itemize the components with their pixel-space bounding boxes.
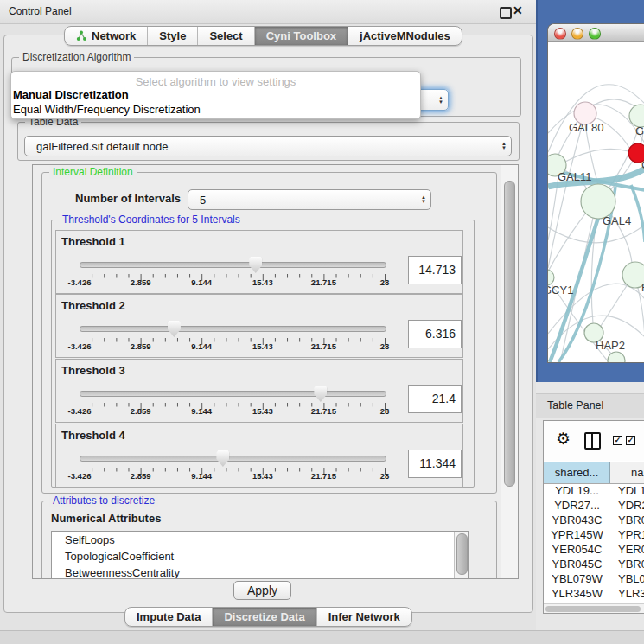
slider-track[interactable] (80, 262, 386, 268)
network-window: GAL80GCGAL11GAL4GCY1HHAP2 (547, 23, 644, 363)
group-title: Discretization Algorithm (19, 51, 134, 64)
cell-shared-name: YBL079W (544, 571, 610, 586)
attributes-group: Attributes to discretize Numerical Attri… (41, 501, 497, 579)
tab-network[interactable]: Network (65, 27, 148, 45)
column-header-shared-name[interactable]: shared... (544, 462, 610, 483)
tick-label: 28 (380, 277, 390, 287)
table-row[interactable]: YBL079WYBL0 (544, 571, 644, 586)
main-scrollbar[interactable] (501, 165, 518, 578)
float-window-icon[interactable] (500, 7, 512, 19)
numerical-attributes-label: Numerical Attributes (51, 512, 161, 525)
checkbox-checked-icon[interactable]: ✓ (626, 436, 635, 445)
table-row[interactable]: YBR043CYBR0 (544, 513, 644, 527)
slider-tick-labels: -3.4262.8599.14415.4321.71528 (80, 277, 385, 288)
cell-name: YPR1 (610, 527, 644, 542)
cell-shared-name: YDL19... (544, 483, 610, 498)
list-item[interactable]: BetweennessCentrality (52, 564, 468, 579)
slider-track[interactable] (80, 391, 386, 397)
network-edge (601, 284, 628, 326)
tab-discretize-data[interactable]: Discretize Data (213, 608, 316, 626)
split-columns-icon[interactable] (584, 432, 601, 450)
list-item[interactable]: TopologicalCoefficient (52, 548, 468, 564)
table-rows: YDL19...YDL1YDR27...YDR2YBR043CYBR0YPR14… (544, 483, 644, 603)
tick-label: 21.715 (311, 341, 336, 351)
tab-label: Impute Data (137, 610, 201, 623)
threshold-value-field[interactable]: 11.344 (408, 450, 462, 478)
table-row[interactable]: YDL19...YDL1 (544, 483, 644, 498)
threshold-label: Threshold 2 (61, 299, 125, 312)
dropdown-placeholder: Select algorithm to view settings (11, 75, 420, 88)
table-row[interactable]: YPR145WYPR1 (544, 527, 644, 542)
tab-style[interactable]: Style (148, 27, 198, 45)
tick-label: 2.859 (131, 277, 151, 287)
slider-track[interactable] (80, 326, 386, 332)
cell-name: YBL0 (610, 571, 644, 586)
scrollbar-thumb[interactable] (545, 606, 641, 612)
column-header-name[interactable]: na (610, 462, 644, 483)
node-label: G (635, 124, 644, 137)
group-title: Attributes to discretize (49, 494, 158, 507)
network-node-gal4[interactable] (581, 184, 615, 219)
close-icon[interactable]: ✕ (513, 3, 523, 17)
number-of-intervals-combobox[interactable]: 5 ▲▼ (188, 189, 431, 210)
table-data-combobox[interactable]: galFiltered.sif default node ▲▼ (24, 136, 512, 156)
tab-impute-data[interactable]: Impute Data (125, 608, 213, 626)
tick-label: 15.43 (252, 471, 273, 481)
threshold-label: Threshold 3 (61, 364, 125, 377)
dropdown-item-equal-width-frequency[interactable]: Equal Width/Frequency Discretization (13, 103, 201, 116)
list-scrollbar[interactable] (454, 532, 468, 579)
tab-label: Style (159, 29, 186, 42)
list-item[interactable]: SelfLoops (52, 532, 468, 548)
table-row[interactable]: YBR045CYBR0 (544, 557, 644, 571)
tab-cyni-toolbox[interactable]: Cyni Toolbox (255, 27, 348, 45)
cell-shared-name: YER054C (544, 542, 610, 557)
slider-track[interactable] (80, 456, 386, 462)
numerical-attributes-list[interactable]: SelfLoopsTopologicalCoefficientBetweenne… (51, 531, 469, 579)
tick-label: 15.43 (252, 341, 273, 351)
tab-label: Select (209, 29, 242, 42)
cell-shared-name: YPR145W (544, 527, 610, 542)
cell-name: YDR2 (610, 498, 644, 513)
table-row[interactable]: YLR345WYLR3 (544, 586, 644, 601)
threshold-value-field[interactable]: 21.4 (408, 385, 462, 413)
apply-button[interactable]: Apply (233, 581, 291, 600)
tab-label: Infer Network (328, 610, 400, 623)
tick-label: 21.715 (311, 406, 336, 416)
close-traffic-light-icon[interactable] (554, 28, 566, 40)
settings-scrollpane: Interval Definition Number of Intervals … (32, 164, 519, 579)
threshold-value-field[interactable]: 14.713 (408, 256, 462, 284)
bottom-strip (0, 630, 644, 644)
network-canvas[interactable]: GAL80GCGAL11GAL4GCY1HHAP2 (548, 41, 644, 362)
network-node[interactable] (608, 352, 625, 362)
tick-label: 21.715 (311, 277, 336, 287)
table-horizontal-scrollbar[interactable] (544, 603, 644, 614)
tab-label: jActiveMNodules (360, 29, 450, 42)
zoom-traffic-light-icon[interactable] (589, 28, 601, 40)
node-label: GAL4 (603, 214, 631, 227)
cell-name: YLR3 (610, 586, 644, 601)
network-edge (548, 124, 583, 268)
cell-shared-name: YBR043C (544, 513, 610, 527)
checkbox-checked-icon[interactable]: ✓ (613, 436, 622, 445)
tick-label: 9.144 (191, 277, 212, 287)
threshold-label: Threshold 1 (61, 235, 125, 248)
cell-name: YBR0 (610, 513, 644, 527)
threshold-value-field[interactable]: 6.316 (408, 320, 462, 348)
minimize-traffic-light-icon[interactable] (571, 28, 583, 40)
dropdown-item-manual-discretization[interactable]: Manual Discretization (13, 88, 129, 101)
cell-shared-name: YBR045C (544, 557, 610, 571)
gear-icon[interactable]: ⚙ (556, 429, 571, 449)
tab-jactivemnodules[interactable]: jActiveMNodules (348, 27, 462, 45)
table-data-group: Table Data galFiltered.sif default node … (17, 122, 520, 161)
tab-select[interactable]: Select (198, 27, 254, 45)
threshold-panel-1: Threshold 1-3.4262.8599.14415.4321.71528… (55, 230, 463, 294)
table-row[interactable]: YER054CYER0 (544, 542, 644, 557)
table-row[interactable]: YDR27...YDR2 (544, 498, 644, 513)
scrollbar-thumb[interactable] (456, 533, 468, 575)
tab-infer-network[interactable]: Infer Network (317, 608, 411, 626)
node-label: GCY1 (548, 284, 573, 296)
network-edge (631, 185, 644, 242)
tick-label: 15.43 (252, 277, 273, 287)
scrollbar-thumb[interactable] (504, 181, 515, 487)
tick-label: 28 (380, 341, 390, 351)
